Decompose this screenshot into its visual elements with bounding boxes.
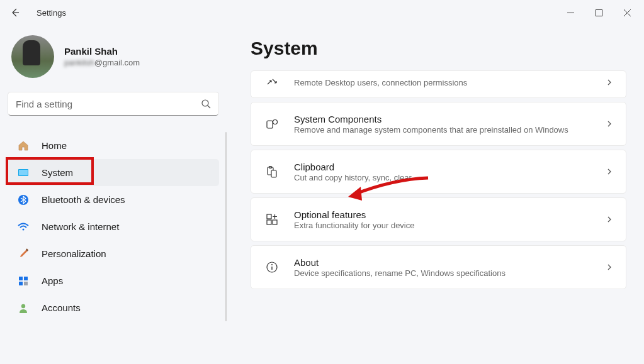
sidebar: Pankil Shah pankilsh@gmail.com Home Syst… (0, 25, 227, 364)
sidebar-item-label: Network & internet (42, 221, 119, 232)
profile-email: pankilsh@gmail.com (64, 57, 140, 68)
chevron-right-icon (606, 216, 613, 223)
clipboard-icon (264, 163, 280, 180)
bluetooth-icon (16, 193, 30, 207)
minimize-icon (567, 9, 574, 16)
svg-point-13 (273, 120, 278, 124)
card-about[interactable]: About Device specifications, rename PC, … (251, 245, 626, 289)
card-optional-features[interactable]: Optional features Extra functionality fo… (251, 197, 626, 241)
close-icon (624, 9, 631, 16)
svg-rect-0 (596, 9, 602, 16)
svg-rect-8 (24, 277, 28, 280)
sidebar-item-accounts[interactable]: Accounts (8, 294, 219, 321)
sidebar-item-personalization[interactable]: Personalization (8, 240, 219, 267)
sidebar-item-label: System (42, 167, 73, 178)
components-icon (264, 116, 280, 132)
window-controls (556, 2, 641, 23)
svg-rect-17 (267, 214, 271, 219)
svg-rect-19 (273, 220, 277, 224)
svg-rect-9 (19, 282, 23, 285)
svg-point-5 (23, 228, 25, 230)
card-title: System Components (294, 114, 597, 124)
chevron-right-icon (606, 168, 613, 175)
card-title: Optional features (294, 209, 597, 220)
card-subtitle: Remove and manage system components that… (294, 125, 597, 135)
card-subtitle: Remote Desktop users, connection permiss… (294, 78, 597, 87)
svg-rect-12 (267, 121, 273, 128)
svg-point-1 (202, 100, 208, 106)
apps-icon (16, 274, 30, 288)
svg-rect-16 (271, 170, 276, 177)
search-box[interactable] (8, 92, 219, 116)
sidebar-item-label: Apps (42, 275, 63, 286)
page-title: System (251, 38, 626, 59)
card-title: Clipboard (294, 162, 597, 172)
window-title: Settings (37, 8, 66, 18)
card-subtitle: Extra functionality for your device (294, 221, 597, 230)
card-system-components[interactable]: System Components Remove and manage syst… (251, 102, 626, 146)
card-clipboard[interactable]: Clipboard Cut and copy history, sync, cl… (251, 150, 626, 194)
arrow-left-icon (10, 8, 20, 18)
back-button[interactable] (3, 0, 28, 25)
close-button[interactable] (613, 2, 641, 23)
sidebar-item-bluetooth[interactable]: Bluetooth & devices (8, 186, 219, 213)
profile-name: Pankil Shah (64, 46, 140, 57)
sidebar-item-apps[interactable]: Apps (8, 267, 219, 294)
sidebar-item-home[interactable]: Home (8, 132, 219, 159)
sidebar-item-network[interactable]: Network & internet (8, 213, 219, 240)
sidebar-item-label: Bluetooth & devices (42, 194, 125, 205)
chevron-right-icon (606, 79, 613, 86)
optional-features-icon (264, 211, 280, 228)
svg-point-21 (271, 264, 273, 265)
chevron-right-icon (606, 120, 613, 128)
minimize-button[interactable] (556, 2, 585, 23)
nav-scrollbar[interactable] (225, 132, 227, 321)
nav-list: Home System Bluetooth & devices Network … (8, 132, 219, 321)
content-area: System Remote Desktop users, connection … (227, 25, 644, 364)
info-icon (264, 259, 280, 275)
person-icon (16, 301, 30, 315)
brush-icon (16, 247, 30, 261)
home-icon (16, 139, 30, 153)
titlebar: Settings (0, 0, 644, 25)
svg-point-11 (21, 304, 25, 307)
avatar (11, 35, 54, 78)
card-title: About (294, 257, 597, 268)
sidebar-item-label: Home (42, 140, 67, 151)
sidebar-item-system[interactable]: System (8, 159, 219, 186)
svg-rect-10 (24, 282, 28, 285)
remote-desktop-icon (264, 74, 280, 91)
search-icon (201, 99, 211, 109)
sidebar-item-label: Personalization (42, 248, 106, 259)
svg-rect-3 (19, 170, 28, 175)
chevron-right-icon (606, 263, 613, 271)
maximize-button[interactable] (585, 2, 613, 23)
profile-block[interactable]: Pankil Shah pankilsh@gmail.com (8, 35, 219, 78)
maximize-icon (596, 9, 602, 16)
svg-rect-18 (267, 220, 271, 224)
search-input[interactable] (16, 99, 201, 109)
card-subtitle: Cut and copy history, sync, clear (294, 173, 597, 182)
card-subtitle: Device specifications, rename PC, Window… (294, 268, 597, 278)
card-remote-desktop[interactable]: Remote Desktop users, connection permiss… (251, 70, 626, 98)
wifi-icon (16, 220, 30, 234)
sidebar-item-label: Accounts (42, 302, 81, 313)
system-icon (16, 166, 30, 180)
svg-rect-7 (19, 277, 23, 280)
